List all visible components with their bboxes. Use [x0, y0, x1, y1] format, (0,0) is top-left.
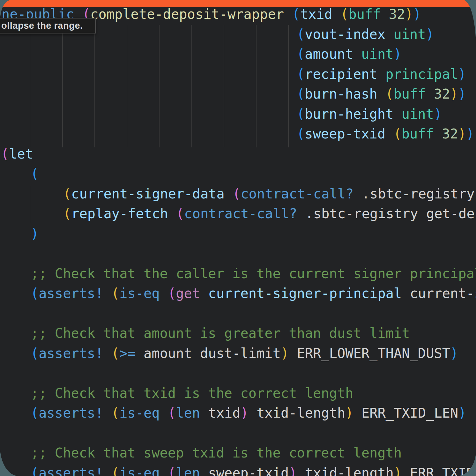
code-token: len [176, 405, 200, 421]
code-line: ) [31, 224, 39, 244]
code-token: get-dep [426, 206, 476, 221]
code-token: replay-fetch [71, 206, 168, 221]
code-token: ( [297, 126, 305, 142]
code-token [353, 186, 361, 202]
code-token: ( [111, 405, 119, 421]
code-token: ( [31, 346, 39, 361]
code-line: ;; Check that amount is greater than dus… [31, 324, 410, 344]
code-token: ( [31, 166, 39, 182]
code-token: ) [458, 86, 466, 102]
code-line: (replay-fetch (contract-call? .sbtc-regi… [63, 204, 476, 224]
code-token [103, 465, 111, 476]
fold-tooltip: ollapse the range. [0, 18, 96, 33]
code-token [393, 106, 401, 122]
code-token: vout-index [305, 26, 385, 42]
code-token: ( [297, 86, 305, 102]
code-token: ;; Check that sweep txid is the correct … [31, 445, 402, 461]
code-line: ;; Check that the caller is the current … [31, 264, 476, 284]
code-line: (asserts! (is-eq (get current-signer-pri… [31, 284, 476, 304]
code-token: ( [63, 206, 71, 221]
code-line: ( [31, 164, 39, 184]
indent-guide [224, 25, 224, 147]
code-token [297, 465, 305, 476]
code-line: (vout-index uint) [297, 25, 434, 45]
code-token: is-eq [119, 465, 160, 476]
code-token: sweep-txid [208, 465, 289, 476]
code-token: ( [111, 286, 119, 301]
code-token: let [9, 146, 33, 162]
code-token [225, 186, 233, 202]
code-token: >= [119, 346, 136, 361]
code-token: ( [31, 465, 39, 476]
code-line: (recipient principal) [297, 64, 466, 85]
code-token: .sbtc-registry [305, 206, 418, 221]
code-token: ( [168, 286, 176, 301]
code-token: ( [111, 346, 119, 361]
code-token: ) [474, 126, 476, 142]
indent-guide [256, 25, 257, 147]
code-token: principal [385, 66, 458, 82]
code-token: ( [31, 286, 39, 301]
code-token [434, 126, 442, 142]
code-token [200, 286, 208, 301]
code-token [284, 6, 292, 22]
code-token: ) [394, 465, 402, 476]
indent-guide [30, 25, 30, 147]
code-line: (amount uint) [297, 44, 402, 64]
code-token: ) [281, 346, 289, 361]
code-token: .sbtc-registry [362, 186, 475, 202]
code-token: asserts! [39, 286, 103, 301]
code-token: ( [111, 465, 119, 476]
code-token: buff [348, 6, 381, 22]
code-token: asserts! [39, 346, 103, 361]
code-token: buff [402, 126, 434, 142]
code-line: (asserts! (is-eq (len sweep-txid) txid-l… [31, 463, 476, 476]
code-token [249, 405, 257, 421]
code-token: ;; Check that txid is the correct length [31, 385, 353, 401]
code-token [377, 86, 385, 102]
code-token: 32 [389, 6, 405, 22]
code-token: ERR_TXID_LEN) [410, 465, 476, 476]
code-token [136, 346, 144, 361]
code-token [385, 126, 393, 142]
code-token: txid-length [305, 465, 394, 476]
code-token [289, 346, 297, 361]
code-token [160, 405, 168, 421]
code-editor[interactable]: ne-public (complete-deposit-wrapper (txi… [0, 0, 476, 476]
code-token: is-eq [119, 286, 160, 301]
fold-tooltip-text: ollapse the range. [1, 20, 83, 31]
code-token: ( [393, 126, 401, 142]
code-line: (asserts! (>= amount dust-limit) ERR_LOW… [31, 344, 458, 364]
code-token: ( [233, 186, 241, 202]
code-token: uint [393, 26, 426, 42]
code-line: (sweep-txid (buff 32))) [297, 124, 476, 144]
code-token [200, 465, 208, 476]
code-token: ( [31, 405, 39, 421]
code-token: ) [450, 86, 458, 102]
code-token: burn-hash [305, 86, 377, 102]
code-token: uint [361, 46, 393, 62]
code-token [192, 346, 200, 361]
code-token [160, 465, 168, 476]
code-token: get [176, 286, 200, 301]
code-token: ) [434, 106, 442, 122]
code-token: ERR_LOWER_THAN_DUST [297, 346, 450, 361]
code-token [402, 465, 410, 476]
code-token: contract-call? [184, 206, 297, 221]
code-token [297, 206, 305, 221]
code-token [377, 66, 385, 82]
code-token [426, 86, 434, 102]
code-token: ) [466, 126, 474, 142]
code-token [353, 46, 361, 62]
code-token: is-eq [119, 405, 160, 421]
code-token: ;; Check that amount is greater than dus… [31, 325, 410, 341]
code-token: ( [292, 6, 300, 22]
screen: { "window": { "outer_background": "#4C66… [0, 0, 476, 476]
code-token [385, 26, 393, 42]
code-token: burn-height [305, 106, 393, 122]
code-token: sweep-txid [305, 126, 385, 142]
code-token [353, 405, 361, 421]
code-token: 32 [442, 126, 458, 142]
code-token: ( [63, 186, 71, 202]
code-token: ( [340, 6, 348, 22]
